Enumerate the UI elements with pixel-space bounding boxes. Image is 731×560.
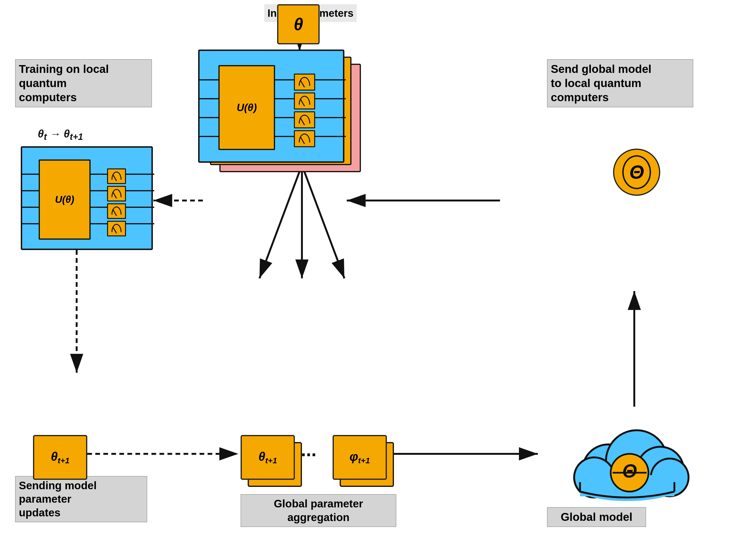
local-circuit-block: U(θ) — [21, 146, 153, 250]
cloud-svg: Θ — [561, 404, 693, 503]
svg-line-23 — [302, 165, 344, 278]
main-circuit-block: U(θ) — [198, 50, 344, 163]
theta-t1-local-box: θt+1 — [33, 435, 87, 480]
svg-line-21 — [259, 165, 302, 278]
training-local-label: Training on localquantumcomputers — [15, 59, 152, 107]
local-utheta-box: U(θ) — [39, 159, 91, 240]
arrow-local-to-theta-t1 — [70, 250, 84, 377]
dots-separator: ··· — [301, 444, 317, 466]
theta-global-box: Θ — [613, 149, 660, 196]
theta-initial-box: θ — [277, 4, 320, 44]
global-aggregation-label: Global parameteraggregation — [241, 494, 396, 527]
arrow-main-to-local — [151, 193, 203, 208]
send-global-label: Send global modelto local quantumcompute… — [547, 59, 693, 107]
phi-t1-stack-front: φt+1 — [333, 435, 387, 480]
svg-text:Θ: Θ — [622, 460, 637, 481]
sending-updates-label: Sending modelparameterupdates — [15, 476, 147, 522]
main-utheta-box: U(θ) — [218, 65, 275, 150]
arrow-circuit-to-aggregation — [236, 165, 368, 283]
theta-update-label: θt → θt+1 — [38, 127, 83, 142]
arrow-cloud-to-global-theta — [627, 289, 641, 407]
arrow-phi-to-cloud — [387, 447, 543, 461]
theta-t1-stack-front: θt+1 — [241, 435, 295, 480]
arrow-theta-local-to-stack — [87, 447, 243, 461]
global-model-label: Global model — [547, 507, 646, 527]
